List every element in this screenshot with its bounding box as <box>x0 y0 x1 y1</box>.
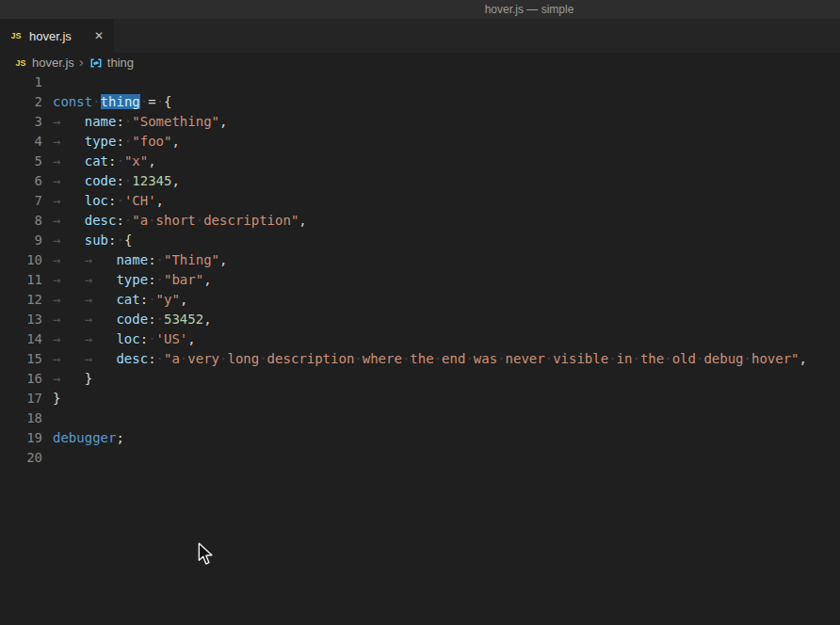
line-number: 18 <box>0 409 42 428</box>
titlebar: hover.js — simple <box>0 0 840 19</box>
line-content: →→cat:·"y", <box>53 292 187 307</box>
breadcrumb-symbol[interactable]: thing <box>107 56 134 70</box>
line-number: 6 <box>0 171 42 191</box>
code-line[interactable]: 1 <box>0 72 840 92</box>
line-number: 4 <box>0 132 42 152</box>
code-line[interactable]: 8→desc:·"a·short·description", <box>0 211 840 231</box>
tab-label: hover.js <box>29 29 87 43</box>
code-line[interactable]: 18 <box>0 409 840 428</box>
line-content: →desc:·"a·short·description", <box>53 213 307 228</box>
line-content: const·thing·=·{ <box>53 94 172 109</box>
line-number: 9 <box>0 231 42 250</box>
code-line[interactable]: 6→code:·12345, <box>0 171 840 191</box>
line-content: →type:·"foo", <box>53 134 180 149</box>
line-content: →code:·12345, <box>53 173 180 188</box>
code-line[interactable]: 12→→cat:·"y", <box>0 290 840 310</box>
code-line[interactable]: 20 <box>0 448 840 468</box>
symbol-variable-icon <box>89 56 104 71</box>
vscode-window: hover.js — simple JS hover.js ✕ JS hover… <box>0 0 840 625</box>
chevron-right-icon: › <box>78 56 85 71</box>
window-title: hover.js — simple <box>485 3 574 16</box>
code-line[interactable]: 14→→loc:·'US', <box>0 329 840 349</box>
line-number: 3 <box>0 112 42 132</box>
javascript-file-icon: JS <box>8 28 24 43</box>
line-number: 11 <box>0 270 42 290</box>
code-line[interactable]: 16→} <box>0 369 840 389</box>
line-number: 16 <box>0 369 42 389</box>
mouse-cursor-icon <box>198 542 214 569</box>
line-content: →→desc:·"a·very·long·description·where·t… <box>53 351 807 366</box>
tab-hover-js[interactable]: JS hover.js ✕ <box>0 19 114 53</box>
code-line[interactable]: 3→name:·"Something", <box>0 112 840 132</box>
line-content: →name:·"Something", <box>53 114 227 129</box>
line-content: →→code:·53452, <box>53 312 212 327</box>
line-content: } <box>53 391 60 406</box>
line-content: →loc:·'CH', <box>53 193 164 208</box>
line-content: →→name:·"Thing", <box>53 252 227 267</box>
line-number: 8 <box>0 211 42 231</box>
line-content: →cat:·"x", <box>53 153 156 168</box>
line-number: 17 <box>0 389 42 409</box>
line-number: 20 <box>0 448 42 468</box>
line-number: 13 <box>0 310 42 329</box>
line-number: 1 <box>0 72 42 92</box>
code-line[interactable]: 10→→name:·"Thing", <box>0 250 840 270</box>
line-number: 7 <box>0 191 42 211</box>
breadcrumb: JS hover.js › thing <box>0 53 840 72</box>
line-number: 15 <box>0 349 42 369</box>
line-content: →→loc:·'US', <box>53 331 196 346</box>
line-number: 19 <box>0 428 42 448</box>
line-number: 10 <box>0 250 42 270</box>
line-number: 2 <box>0 92 42 112</box>
code-line[interactable]: 2const·thing·=·{ <box>0 92 840 112</box>
line-content: →} <box>53 371 92 386</box>
code-line[interactable]: 7→loc:·'CH', <box>0 191 840 211</box>
breadcrumb-file[interactable]: hover.js <box>32 56 74 70</box>
code-line[interactable]: 15→→desc:·"a·very·long·description·where… <box>0 349 840 369</box>
javascript-file-icon: JS <box>13 56 28 71</box>
line-number: 14 <box>0 329 42 349</box>
code-line[interactable]: 9→sub:·{ <box>0 231 840 250</box>
code-editor[interactable]: 12const·thing·=·{3→name:·"Something",4→t… <box>0 72 840 468</box>
code-line[interactable]: 13→→code:·53452, <box>0 310 840 329</box>
word-occurrence-highlight: thing <box>101 94 140 109</box>
code-line[interactable]: 5→cat:·"x", <box>0 152 840 171</box>
code-line[interactable]: 19debugger; <box>0 428 840 448</box>
line-number: 5 <box>0 152 42 171</box>
code-lines: 12const·thing·=·{3→name:·"Something",4→t… <box>0 72 840 468</box>
close-icon[interactable]: ✕ <box>92 28 105 43</box>
line-content: →sub:·{ <box>53 232 132 248</box>
line-number: 12 <box>0 290 42 310</box>
code-line[interactable]: 11→→type:·"bar", <box>0 270 840 290</box>
line-content: debugger; <box>53 430 124 445</box>
tab-bar: JS hover.js ✕ <box>0 19 840 53</box>
code-line[interactable]: 17} <box>0 389 840 409</box>
line-content: →→type:·"bar", <box>53 272 212 287</box>
code-line[interactable]: 4→type:·"foo", <box>0 132 840 152</box>
